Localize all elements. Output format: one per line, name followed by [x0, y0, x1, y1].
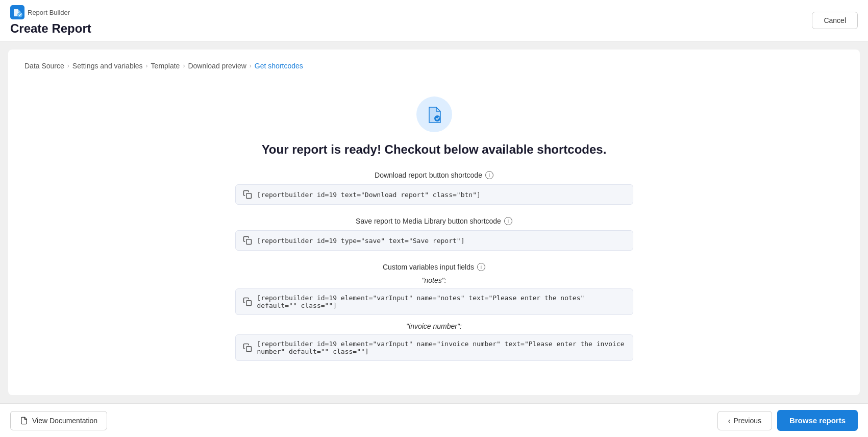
- svg-rect-4: [246, 239, 251, 245]
- custom-variables-info-icon[interactable]: i: [477, 263, 485, 271]
- var-notes-label: "notes":: [235, 276, 633, 284]
- copy-notes-icon[interactable]: [243, 297, 252, 306]
- top-bar: Report Builder Create Report Cancel: [0, 0, 868, 41]
- app-logo: Report Builder: [10, 5, 91, 19]
- breadcrumb-step-3: Template: [151, 62, 180, 70]
- custom-variables-label: Custom variables input fields i: [235, 263, 633, 271]
- breadcrumb-step-2: Settings and variables: [72, 62, 143, 70]
- notes-shortcode-text: [reportbuilder id=19 element="varInput" …: [257, 294, 626, 309]
- content-card: Data Source › Settings and variables › T…: [8, 50, 860, 395]
- breadcrumb-sep-1: ›: [67, 62, 69, 69]
- svg-point-2: [434, 115, 440, 122]
- download-shortcode-box: [reportbuilder id=19 text="Download repo…: [235, 184, 633, 205]
- invoice-shortcode-box: [reportbuilder id=19 element="varInput" …: [235, 334, 633, 361]
- app-name: Report Builder: [28, 9, 70, 16]
- cancel-button[interactable]: Cancel: [812, 12, 858, 29]
- notes-shortcode-box: [reportbuilder id=19 element="varInput" …: [235, 288, 633, 315]
- copy-download-icon[interactable]: [243, 190, 252, 199]
- chevron-left-icon: ‹: [728, 417, 731, 425]
- breadcrumb: Data Source › Settings and variables › T…: [24, 62, 844, 70]
- svg-rect-3: [246, 193, 251, 199]
- save-shortcode-section: Save report to Media Library button shor…: [235, 217, 633, 251]
- breadcrumb-step-4: Download preview: [188, 62, 246, 70]
- ready-title: Your report is ready! Checkout below ava…: [262, 142, 607, 157]
- download-info-icon[interactable]: i: [485, 171, 493, 179]
- breadcrumb-sep-4: ›: [250, 62, 252, 69]
- main-wrapper: Data Source › Settings and variables › T…: [0, 41, 868, 403]
- previous-button[interactable]: ‹ Previous: [717, 411, 772, 430]
- logo-icon: [10, 5, 24, 19]
- download-shortcode-section: Download report button shortcode i [repo…: [235, 171, 633, 205]
- breadcrumb-step-1: Data Source: [24, 62, 64, 70]
- custom-variables-section: Custom variables input fields i "notes":…: [235, 263, 633, 361]
- svg-rect-6: [246, 347, 251, 352]
- save-shortcode-box: [reportbuilder id=19 type="save" text="S…: [235, 230, 633, 251]
- doc-icon: [20, 417, 28, 425]
- invoice-shortcode-text: [reportbuilder id=19 element="varInput" …: [257, 340, 626, 355]
- copy-invoice-icon[interactable]: [243, 343, 252, 352]
- save-info-icon[interactable]: i: [504, 217, 512, 225]
- save-shortcode-label: Save report to Media Library button shor…: [235, 217, 633, 225]
- top-bar-left: Report Builder Create Report: [10, 5, 91, 36]
- center-content: Your report is ready! Checkout below ava…: [24, 86, 844, 383]
- breadcrumb-step-5-active[interactable]: Get shortcodes: [255, 62, 303, 70]
- copy-save-icon[interactable]: [243, 236, 252, 245]
- report-icon-circle: [416, 96, 452, 132]
- download-shortcode-label: Download report button shortcode i: [235, 171, 633, 179]
- view-docs-button[interactable]: View Documentation: [10, 411, 107, 430]
- breadcrumb-sep-3: ›: [183, 62, 185, 69]
- footer: View Documentation ‹ Previous Browse rep…: [0, 403, 868, 437]
- page-title: Create Report: [10, 21, 91, 36]
- footer-right: ‹ Previous Browse reports: [717, 410, 858, 431]
- breadcrumb-sep-2: ›: [146, 62, 148, 69]
- browse-reports-button[interactable]: Browse reports: [777, 410, 858, 431]
- save-shortcode-text: [reportbuilder id=19 type="save" text="S…: [257, 237, 465, 245]
- var-invoice-label: "invoice number":: [235, 322, 633, 330]
- svg-rect-5: [246, 301, 251, 306]
- download-shortcode-text: [reportbuilder id=19 text="Download repo…: [257, 191, 481, 199]
- report-file-icon: [425, 105, 443, 124]
